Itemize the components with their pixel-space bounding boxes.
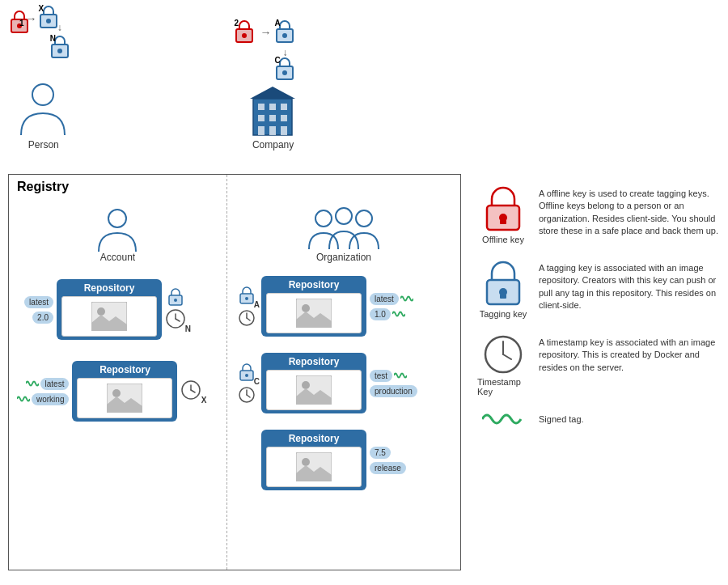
organization-icon [307,207,380,252]
signed-tag-icon [482,411,524,427]
svg-line-36 [191,390,195,392]
svg-point-33 [112,389,121,397]
key-n-badge: N [50,34,56,43]
svg-point-26 [97,307,105,316]
svg-point-8 [242,33,247,38]
svg-point-37 [315,210,332,227]
signed-tag-text: Signed tag. [539,414,584,424]
company-label: Company [252,139,294,150]
svg-point-6 [32,84,53,105]
svg-point-48 [245,374,248,377]
svg-point-55 [302,458,310,466]
tagging-key-text: A tagging key is associated with an imag… [539,259,720,312]
svg-rect-14 [258,104,265,110]
image-placeholder-c-icon [296,375,332,405]
tag-2-0: 2.0 [32,312,53,324]
timestamp-clock-2-icon [180,379,201,401]
registry-box: Registry Account latest 2.0 Repository [8,174,461,570]
svg-rect-15 [269,104,276,110]
svg-rect-16 [281,104,287,110]
svg-point-41 [245,297,248,300]
repo-card-a: A Repository [235,276,452,337]
tagging-lock-1-icon [167,287,184,307]
repo-card-1: latest 2.0 Repository [17,279,218,340]
svg-rect-18 [269,115,276,121]
arrow-right-icon: → [26,12,37,25]
legend-area: Offline key A offline key is used to cre… [477,184,720,427]
person-label: Person [28,139,59,150]
image-placeholder-2-icon [107,384,142,413]
account-label: Account [100,252,135,263]
wavy-latest-a [400,295,413,303]
wavy-1-0 [392,310,405,318]
svg-point-10 [282,33,287,38]
registry-left-col: Account latest 2.0 Repository [9,175,227,570]
legend-offline-key: Offline key A offline key is used to cre… [477,184,720,244]
wavy-latest-1 [26,379,39,388]
svg-line-44 [247,318,250,320]
offline-key-label: Offline key [482,235,524,244]
person-diagram: 1 → X ↓ [8,6,79,150]
svg-point-28 [174,299,177,302]
image-placeholder-icon [91,302,127,331]
person-icon [17,83,70,139]
image-placeholder-3-icon [296,452,332,481]
timestamp-key-icon [482,333,524,375]
svg-point-46 [302,304,310,312]
offline-key-text: A offline key is used to create tagging … [539,184,720,238]
repo-card-2: latest working Repository [17,361,218,422]
tagging-key-icon [482,259,524,307]
svg-rect-22 [281,126,287,135]
tag-latest-1: latest [24,296,53,308]
svg-line-51 [247,395,250,397]
svg-point-39 [356,210,372,227]
svg-rect-21 [269,126,276,135]
svg-rect-19 [281,115,287,121]
tagging-key-label: Tagging key [480,309,527,319]
svg-line-31 [176,319,180,321]
svg-marker-23 [250,87,295,99]
company-icon [247,83,299,139]
key-x-badge: X [39,4,44,13]
timestamp-clock-a-icon [238,309,256,327]
svg-point-5 [57,49,62,53]
repo-card-3: Repository 7.5 release [235,430,452,490]
timestamp-clock-1-icon [165,308,186,329]
org-label: Organization [316,252,371,263]
company-diagram: 2 → A ↓ C [225,18,322,150]
svg-point-24 [108,210,126,227]
legend-signed-tag: Signed tag. [477,411,720,427]
legend-timestamp-key: Timestamp Key A timestamp key is associa… [477,333,720,396]
svg-point-38 [336,208,352,224]
tagging-lock-a-icon [239,286,255,305]
image-placeholder-a-icon [296,299,332,328]
wavy-working-1 [17,395,30,403]
svg-point-12 [282,70,287,75]
registry-title: Registry [17,180,69,194]
registry-right-col: Organization A [227,175,460,570]
svg-rect-58 [500,220,506,224]
timestamp-key-label: Timestamp Key [477,377,529,396]
legend-tagging-key: Tagging key A tagging key is associated … [477,259,720,319]
svg-rect-20 [258,126,265,135]
offline-key-icon [482,184,524,233]
account-icon [95,207,140,252]
repo-card-c: C Repository [235,353,452,413]
svg-point-53 [302,381,310,389]
svg-rect-61 [500,295,506,299]
timestamp-key-text: A timestamp key is associated with an im… [539,333,720,374]
timestamp-clock-c-icon [238,386,256,404]
svg-rect-17 [258,115,265,121]
svg-line-64 [503,354,511,359]
tagging-lock-c-icon [239,362,255,382]
key-1-badge: 1 [19,19,24,28]
wavy-test [394,371,407,379]
